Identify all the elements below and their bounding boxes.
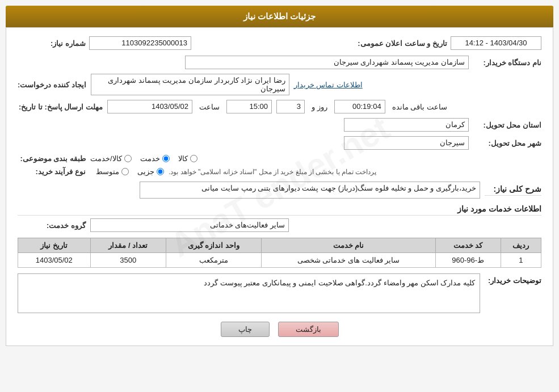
category-radio-group: کالا/خدمت خدمت کالا [90, 154, 197, 163]
cell-name: سایر فعالیت های خدماتی شخصی [262, 253, 436, 268]
radio-motavaset-input[interactable] [121, 168, 129, 175]
col-header-unit: واحد اندازه گیری [166, 238, 261, 253]
col-header-date: تاریخ نیاز [18, 238, 91, 253]
services-title: اطلاعات خدمات مورد نیاز [18, 204, 541, 216]
radio-khadamat-input[interactable] [162, 155, 170, 162]
radio-jazee[interactable]: جزیی [137, 167, 164, 176]
radio-jazee-label: جزیی [137, 167, 154, 176]
buyer-org-label: نام دستگاه خریدار: [473, 58, 541, 67]
announce-date-label: تاریخ و ساعت اعلان عمومی: [358, 39, 447, 48]
deadline-date: 1403/05/02 [107, 100, 192, 113]
services-table-container: ردیف کد خدمت نام خدمت واحد اندازه گیری ت… [18, 238, 541, 268]
creator-value: رضا ایران نژاد کاربردار سازمان مدیریت پس… [91, 74, 289, 95]
city-label: شهر محل تحویل: [473, 139, 541, 147]
radio-kala-khadamat-input[interactable] [124, 155, 132, 162]
col-header-code: کد خدمت [435, 238, 501, 253]
deadline-days-label: روز و [312, 103, 327, 111]
need-number-label: شماره نیاز: [18, 39, 86, 48]
buttons-row: بازگشت چاپ [18, 322, 541, 337]
category-label: طبقه بندی موضوعی: [18, 154, 86, 163]
province-label: استان محل تحویل: [473, 121, 541, 129]
cell-date: 1403/05/02 [18, 253, 91, 268]
announce-date-value: 1403/04/30 - 14:12 [451, 36, 541, 50]
need-desc-value: خرید،بارگیری و حمل و تخلیه فلوه سنگ(دربا… [140, 182, 480, 199]
buyer-org-value: سازمان مدیریت پسماند شهرداری سیرجان [185, 56, 469, 69]
service-group-value: سایر فعالیت‌های خدماتی [90, 218, 289, 232]
contact-link[interactable]: اطلاعات تماس خریدار [294, 81, 363, 89]
deadline-time: 15:00 [226, 100, 272, 113]
radio-kala-input[interactable] [190, 155, 197, 162]
back-button[interactable]: بازگشت [278, 322, 339, 337]
creator-label: ایجاد کننده درخواست: [18, 81, 86, 89]
radio-jazee-input[interactable] [157, 168, 164, 175]
cell-code: ط-96-960 [435, 253, 501, 268]
process-label: نوع فرآیند خرید: [18, 167, 86, 176]
deadline-days: 3 [276, 100, 305, 113]
deadline-remaining: 00:19:04 [334, 100, 385, 113]
deadline-time-label: ساعت [199, 103, 220, 111]
col-header-row: ردیف [501, 238, 541, 253]
page-header: جزئیات اطلاعات نیاز [6, 6, 553, 27]
buyer-desc-label: توضیحات خریدار: [485, 276, 541, 285]
print-button[interactable]: چاپ [221, 322, 270, 337]
radio-kala-label: کالا [178, 154, 188, 163]
province-value: کرمان [344, 118, 469, 132]
service-group-label: گروه خدمت: [18, 221, 86, 230]
radio-kala-khadamat[interactable]: کالا/خدمت [90, 154, 132, 163]
radio-kala-khadamat-label: کالا/خدمت [90, 154, 122, 163]
cell-quantity: 3500 [90, 253, 166, 268]
radio-kala[interactable]: کالا [178, 154, 197, 163]
services-table: ردیف کد خدمت نام خدمت واحد اندازه گیری ت… [18, 238, 541, 268]
city-value: سیرجان [344, 136, 469, 150]
need-desc-label: شرح کلی نیاز: [485, 184, 541, 196]
buyer-desc-value: کلیه مدارک اسکن مهر وامضاء گردد.گواهی صل… [18, 273, 480, 313]
radio-khadamat-label: خدمت [140, 154, 160, 163]
process-radio-group: متوسط جزیی [96, 167, 164, 176]
radio-motavaset[interactable]: متوسط [96, 167, 129, 176]
col-header-qty: تعداد / مقدار [90, 238, 166, 253]
radio-khadamat[interactable]: خدمت [140, 154, 170, 163]
cell-unit: مترمکعب [166, 253, 261, 268]
table-row: 1ط-96-960سایر فعالیت های خدماتی شخصیمترم… [18, 253, 541, 268]
deadline-remaining-label: ساعت باقی مانده [392, 103, 447, 111]
radio-motavaset-label: متوسط [96, 167, 119, 176]
cell-row: 1 [501, 253, 541, 268]
need-number-value: 1103092235000013 [89, 36, 191, 50]
page-title: جزئیات اطلاعات نیاز [243, 11, 316, 21]
deadline-label: مهلت ارسال پاسخ: تا تاریخ: [18, 103, 103, 111]
process-text: پرداخت تمام یا بخشی از مبلغ خرید از محل … [169, 168, 376, 176]
col-header-name: نام خدمت [262, 238, 436, 253]
